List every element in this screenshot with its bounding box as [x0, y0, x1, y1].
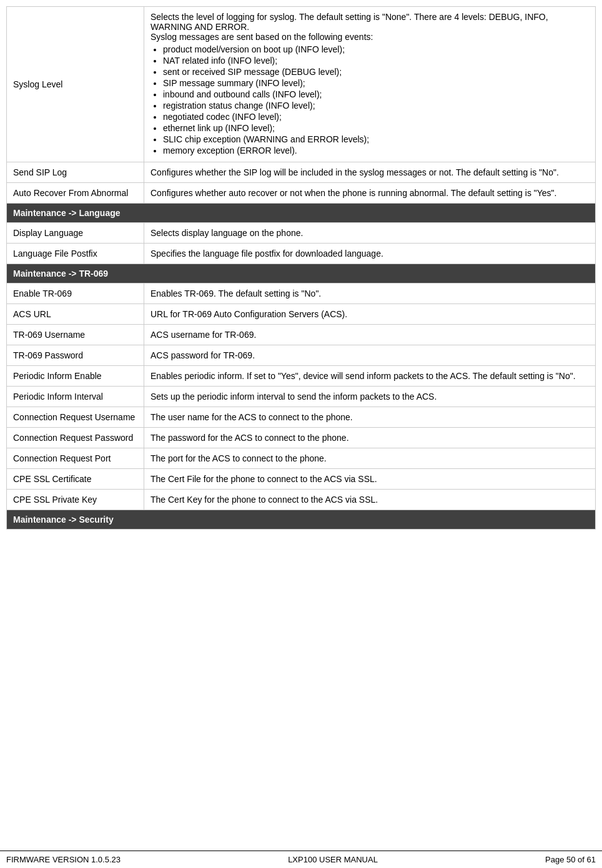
syslog-bullet-list: product model/version on boot up (INFO l… [150, 44, 589, 155]
row-description: The Cert Key for the phone to connect to… [144, 490, 596, 510]
row-label: Enable TR-069 [7, 284, 144, 304]
list-item: memory exception (ERROR level). [163, 145, 589, 155]
section-header-label: Maintenance -> Language [7, 204, 596, 223]
list-item: ethernet link up (INFO level); [163, 123, 589, 133]
row-label: Connection Request Username [7, 407, 144, 428]
footer-right: Page 50 of 61 [545, 855, 596, 864]
section-header-tr069: Maintenance -> TR-069 [7, 264, 596, 284]
table-row: ACS URL URL for TR-069 Auto Configuratio… [7, 304, 596, 325]
row-description: URL for TR-069 Auto Configuration Server… [144, 304, 596, 325]
row-description: ACS username for TR-069. [144, 325, 596, 345]
table-row: TR-069 Username ACS username for TR-069. [7, 325, 596, 345]
row-description: The user name for the ACS to connect to … [144, 407, 596, 428]
row-description: The port for the ACS to connect to the p… [144, 448, 596, 469]
table-row: CPE SSL Certificate The Cert File for th… [7, 469, 596, 490]
table-row: Connection Request Username The user nam… [7, 407, 596, 428]
table-row: Periodic Inform Enable Enables periodic … [7, 366, 596, 387]
row-label: Auto Recover From Abnormal [7, 183, 144, 204]
content-table: Syslog Level Selects the level of loggin… [6, 6, 596, 530]
list-item: product model/version on boot up (INFO l… [163, 44, 589, 54]
table-row: Syslog Level Selects the level of loggin… [7, 7, 596, 162]
table-row: Connection Request Password The password… [7, 428, 596, 448]
table-row: Auto Recover From Abnormal Configures wh… [7, 183, 596, 204]
table-row: CPE SSL Private Key The Cert Key for the… [7, 490, 596, 510]
table-row: Send SIP Log Configures whether the SIP … [7, 162, 596, 183]
list-item: SLIC chip exception (WARNING and ERROR l… [163, 134, 589, 144]
syslog-pre-text: Selects the level of logging for syslog.… [150, 12, 548, 42]
table-row: Enable TR-069 Enables TR-069. The defaul… [7, 284, 596, 304]
main-content: Syslog Level Selects the level of loggin… [0, 0, 602, 851]
section-header-language: Maintenance -> Language [7, 204, 596, 223]
row-label: Syslog Level [7, 7, 144, 162]
list-item: inbound and outbound calls (INFO level); [163, 89, 589, 99]
row-description: Configures whether the SIP log will be i… [144, 162, 596, 183]
row-label: CPE SSL Private Key [7, 490, 144, 510]
row-description: Enables TR-069. The default setting is "… [144, 284, 596, 304]
list-item: registration status change (INFO level); [163, 101, 589, 111]
row-description: ACS password for TR-069. [144, 345, 596, 366]
list-item: sent or received SIP message (DEBUG leve… [163, 67, 589, 77]
row-description: Specifies the language file postfix for … [144, 244, 596, 264]
row-description: Selects display language on the phone. [144, 223, 596, 244]
list-item: negotiated codec (INFO level); [163, 112, 589, 122]
table-row: TR-069 Password ACS password for TR-069. [7, 345, 596, 366]
table-row: Display Language Selects display languag… [7, 223, 596, 244]
row-description: The Cert File for the phone to connect t… [144, 469, 596, 490]
row-label: Connection Request Password [7, 428, 144, 448]
row-description: Sets up the periodic inform interval to … [144, 387, 596, 407]
row-label: CPE SSL Certificate [7, 469, 144, 490]
list-item: SIP message summary (INFO level); [163, 78, 589, 88]
section-header-label: Maintenance -> Security [7, 510, 596, 530]
footer: FIRMWARE VERSION 1.0.5.23 LXP100 USER MA… [0, 851, 602, 868]
row-label: TR-069 Username [7, 325, 144, 345]
row-label-periodic-inform-interval: Periodic Inform Interval [7, 387, 144, 407]
table-row: Connection Request Port The port for the… [7, 448, 596, 469]
row-label: Display Language [7, 223, 144, 244]
row-label: Connection Request Port [7, 448, 144, 469]
section-header-label: Maintenance -> TR-069 [7, 264, 596, 284]
footer-center: LXP100 USER MANUAL [288, 855, 378, 864]
row-description: Enables periodic inform. If set to "Yes"… [144, 366, 596, 387]
row-label: Send SIP Log [7, 162, 144, 183]
list-item: NAT related info (INFO level); [163, 56, 589, 66]
row-label: TR-069 Password [7, 345, 144, 366]
footer-left: FIRMWARE VERSION 1.0.5.23 [6, 855, 121, 864]
table-row: Periodic Inform Interval Sets up the per… [7, 387, 596, 407]
row-description: The password for the ACS to connect to t… [144, 428, 596, 448]
row-label: Language File Postfix [7, 244, 144, 264]
row-description: Selects the level of logging for syslog.… [144, 7, 596, 162]
row-label: ACS URL [7, 304, 144, 325]
row-label-periodic-inform-enable: Periodic Inform Enable [7, 366, 144, 387]
section-header-security: Maintenance -> Security [7, 510, 596, 530]
table-row: Language File Postfix Specifies the lang… [7, 244, 596, 264]
row-description: Configures whether auto recover or not w… [144, 183, 596, 204]
